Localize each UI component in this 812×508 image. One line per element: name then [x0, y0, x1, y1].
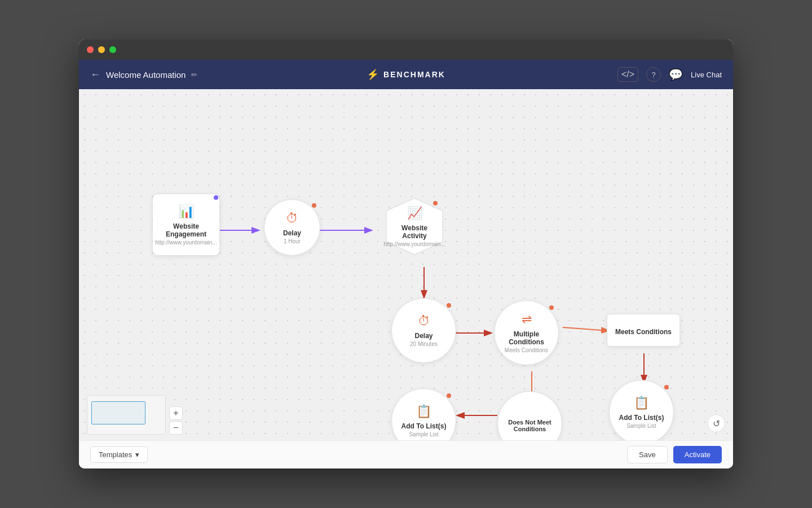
multiple-conditions-sublabel: Meets Conditions — [505, 347, 548, 353]
dot-yellow[interactable] — [98, 46, 105, 53]
dot-green[interactable] — [109, 46, 116, 53]
save-button[interactable]: Save — [627, 446, 668, 463]
zoom-controls: + − — [169, 406, 183, 435]
minimap — [87, 395, 166, 435]
node-website-engagement[interactable]: 📊 Website Engagement http://www.yourdoma… — [152, 194, 220, 256]
live-chat-button[interactable]: Live Chat — [691, 71, 722, 79]
node-multiple-conditions[interactable]: ⇌ Multiple Conditions Meets Conditions — [494, 300, 559, 365]
node-dot-activity — [433, 201, 438, 205]
website-activity-icon: 📈 — [407, 206, 422, 221]
delay-1-label: Delay — [283, 229, 301, 237]
chat-icon[interactable]: 💬 — [669, 68, 683, 81]
canvas-wrapper: 📊 Website Engagement http://www.yourdoma… — [79, 89, 733, 440]
add-to-list-1-sublabel: Sample List — [409, 431, 438, 437]
templates-button[interactable]: Templates ▾ — [90, 446, 148, 463]
add-to-list-2-icon: 📋 — [634, 396, 649, 410]
website-engagement-icon: 📊 — [179, 204, 194, 219]
bottom-right-actions: Save Activate — [627, 446, 722, 463]
delay-20-label: Delay — [414, 332, 433, 340]
templates-dropdown-icon: ▾ — [135, 450, 139, 459]
node-dot-list1 — [447, 393, 451, 398]
node-website-activity[interactable]: 📈 Website Activity http://www.yourdomain… — [383, 195, 445, 257]
delay-1-icon: ⏱ — [286, 211, 298, 226]
node-delay-20[interactable]: ⏱ Delay 20 Minutes — [391, 298, 456, 363]
node-meets-conditions[interactable]: Meets Conditions — [607, 314, 680, 347]
meets-conditions-label: Meets Conditions — [615, 328, 672, 336]
dot-red[interactable] — [87, 46, 94, 53]
code-button[interactable]: </> — [617, 67, 638, 82]
back-button[interactable]: ← — [90, 69, 100, 81]
edit-icon[interactable]: ✏ — [191, 71, 197, 79]
delay-20-icon: ⏱ — [418, 314, 430, 329]
multiple-conditions-label: Multiple Conditions — [499, 330, 554, 346]
node-dot-purple — [214, 195, 218, 200]
node-dot-delay1 — [312, 203, 316, 208]
undo-button[interactable]: ↺ — [707, 414, 725, 432]
header-left: ← Welcome Automation ✏ — [90, 69, 197, 81]
header-right: </> ? 💬 Live Chat — [617, 67, 722, 82]
delay-1-sublabel: 1 Hour — [284, 238, 301, 244]
node-dot-delay20 — [447, 303, 451, 308]
add-to-list-2-label: Add To List(s) — [619, 414, 664, 422]
logo-text: BENCHMARK — [383, 70, 445, 79]
svg-line-4 — [563, 327, 608, 331]
canvas-area[interactable]: 📊 Website Engagement http://www.yourdoma… — [79, 89, 733, 440]
zoom-out-button[interactable]: − — [169, 421, 183, 435]
website-activity-sublabel: http://www.yourdomain... — [383, 241, 445, 247]
minimap-viewport — [91, 401, 146, 424]
add-to-list-1-icon: 📋 — [416, 404, 431, 419]
app-window: ← Welcome Automation ✏ ⚡ BENCHMARK </> ?… — [79, 40, 733, 468]
logo-icon: ⚡ — [367, 68, 379, 81]
does-not-meet-label: Does Not Meet Conditions — [502, 419, 557, 432]
help-button[interactable]: ? — [646, 67, 661, 82]
node-does-not-meet[interactable]: Does Not Meet Conditions — [497, 391, 562, 440]
delay-20-sublabel: 20 Minutes — [410, 341, 438, 347]
title-bar — [79, 40, 733, 60]
add-to-list-1-label: Add To List(s) — [401, 422, 447, 430]
website-engagement-label: Website Engagement — [158, 222, 214, 238]
minimap-inner — [87, 396, 165, 434]
templates-label: Templates — [99, 450, 132, 459]
app-header: ← Welcome Automation ✏ ⚡ BENCHMARK </> ?… — [79, 60, 733, 89]
node-dot-multicond — [549, 305, 554, 310]
node-dot-list2 — [664, 385, 669, 389]
bottom-bar: Templates ▾ Save Activate — [79, 440, 733, 468]
add-to-list-2-sublabel: Sample List — [626, 423, 656, 429]
page-title: Welcome Automation — [106, 70, 186, 80]
node-add-to-list-1[interactable]: 📋 Add To List(s) Sample List — [391, 388, 456, 440]
header-center: ⚡ BENCHMARK — [367, 68, 445, 81]
multiple-conditions-icon: ⇌ — [522, 312, 532, 327]
node-add-to-list-2[interactable]: 📋 Add To List(s) Sample List — [609, 380, 674, 440]
website-engagement-sublabel: http://www.yourdomain... — [155, 239, 217, 246]
zoom-in-button[interactable]: + — [169, 406, 183, 420]
node-delay-1[interactable]: ⏱ Delay 1 Hour — [264, 199, 320, 256]
website-activity-label: Website Activity — [389, 224, 440, 240]
activate-button[interactable]: Activate — [673, 446, 722, 463]
